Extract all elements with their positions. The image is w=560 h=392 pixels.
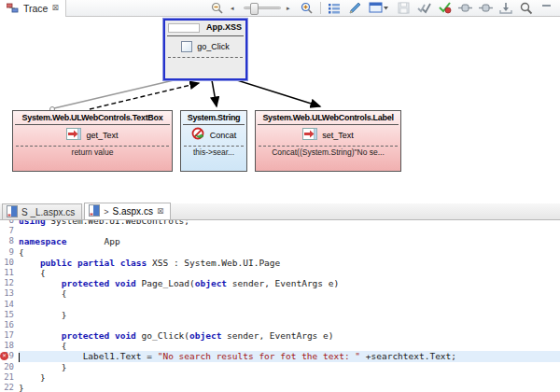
node-string[interactable]: System.String Concat this->sear... xyxy=(180,110,247,172)
code-text xyxy=(19,300,560,310)
line-number: 16 xyxy=(0,320,19,330)
line-number: 7 xyxy=(0,226,19,236)
method-get-text[interactable]: get_Text xyxy=(13,125,172,146)
method-go-click[interactable]: go_Click xyxy=(165,36,245,57)
connector-right-icon[interactable] xyxy=(478,1,493,16)
code-text: { xyxy=(19,247,560,258)
code-text: protected void Page_Load(object sender, … xyxy=(19,278,560,288)
minimize-view-icon[interactable] xyxy=(539,1,554,16)
code-text: } xyxy=(19,383,560,392)
code-text xyxy=(19,226,560,236)
code-line-9[interactable]: 9{ xyxy=(0,247,560,258)
line-number: 20 xyxy=(0,362,19,372)
node-app-xss-header: App.XSS xyxy=(165,21,245,35)
code-editor[interactable]: 6using System.Web.UI.WebControls;78names… xyxy=(0,220,560,392)
trace-toolbar: ◂ ▸ xyxy=(210,1,560,16)
trace-tab-label: Trace xyxy=(23,3,48,14)
line-number: 12 xyxy=(0,278,19,288)
code-text: } xyxy=(19,362,560,372)
editor-tab-close-icon[interactable]: ⊠ xyxy=(157,207,164,216)
code-line-7[interactable]: 7 xyxy=(0,226,560,236)
code-line-13[interactable]: 13 { xyxy=(0,288,560,299)
line-number: 11 xyxy=(0,268,19,278)
editor-tab-label: S _L.aspx.cs xyxy=(21,207,75,217)
save-icon[interactable] xyxy=(396,1,411,16)
node-app-xss[interactable]: App.XSS go_Click xyxy=(163,19,247,80)
code-lines: 6using System.Web.UI.WebControls;78names… xyxy=(0,220,560,392)
code-line-14[interactable]: 14 xyxy=(0,300,560,310)
code-text: } xyxy=(19,372,560,383)
editor-tab-l-aspx[interactable]: S _L.aspx.cs xyxy=(2,203,82,219)
edge-root-to-label xyxy=(237,80,320,106)
edit-pencil-icon[interactable] xyxy=(347,1,362,16)
trace-view-tab[interactable]: Trace ⊠ xyxy=(0,0,66,17)
search-icon[interactable] xyxy=(519,1,534,16)
node-textbox-title: System.Web.ULWebControls.TextBox xyxy=(13,111,172,124)
import-trace-icon[interactable] xyxy=(498,1,513,16)
line-number: 9 xyxy=(0,247,19,258)
line-number: 8 xyxy=(0,236,19,246)
code-line-8[interactable]: 8namespace App xyxy=(0,236,560,246)
line-number: 14 xyxy=(0,300,19,310)
code-line-16[interactable]: 16 xyxy=(0,320,560,330)
edge-root-to-string xyxy=(212,80,217,106)
zoom-scroll-right-icon[interactable]: ▸ xyxy=(287,5,294,12)
code-line-12[interactable]: 12 protected void Page_Load(object sende… xyxy=(0,278,560,288)
code-line-22[interactable]: 22} xyxy=(0,383,560,392)
verify-trace-icon[interactable] xyxy=(416,1,431,16)
zoom-slider-thumb[interactable] xyxy=(250,3,259,15)
code-line-20[interactable]: 20 } xyxy=(0,362,560,372)
line-number: 18 xyxy=(0,341,19,351)
node-label[interactable]: System.Web.ULWebControls.Label set_Text … xyxy=(255,110,401,172)
edge-textbox-return-dashed xyxy=(90,83,199,109)
window-mode-dropdown-icon[interactable] xyxy=(368,1,390,16)
code-line-17[interactable]: 17 protected void go_Click(object sender… xyxy=(0,330,560,341)
node-textbox[interactable]: System.Web.ULWebControls.TextBox get_Tex… xyxy=(12,110,173,172)
editor-tab-label: S.aspx.cs xyxy=(113,206,153,217)
line-number: 21 xyxy=(0,372,19,383)
event-handler-icon xyxy=(181,41,192,52)
code-text: protected void go_Click(object sender, E… xyxy=(19,330,560,341)
method-set-text[interactable]: set_Text xyxy=(256,125,400,146)
code-text: public partial class XSS : System.Web.UI… xyxy=(19,258,560,268)
line-number: 15 xyxy=(0,310,19,320)
object-name-placeholder[interactable] xyxy=(168,23,200,33)
modified-indicator: > xyxy=(104,207,108,217)
editor-tab-s-aspx[interactable]: > S.aspx.cs ⊠ xyxy=(84,203,171,219)
aspx-file-icon xyxy=(89,204,100,218)
node-textbox-footer: return value xyxy=(13,147,172,157)
code-line-15[interactable]: 15 } xyxy=(0,310,560,320)
code-line-11[interactable]: 11 { xyxy=(0,268,560,278)
code-text: namespace App xyxy=(19,236,560,246)
line-number: 17 xyxy=(0,330,19,341)
code-line-10[interactable]: 10 public partial class XSS : System.Web… xyxy=(0,258,560,268)
node-string-title: System.String xyxy=(181,111,246,124)
code-text: Label1.Text = "No search results for fot… xyxy=(19,351,560,361)
zoom-out-icon[interactable] xyxy=(210,1,225,16)
static-method-icon xyxy=(191,127,205,145)
code-line-21[interactable]: 21 } xyxy=(0,372,560,383)
line-number: 19✕ xyxy=(0,351,19,361)
trace-diagram-canvas[interactable]: App.XSS go_Click System.Web.ULWebControl… xyxy=(0,17,560,203)
outline-list-icon[interactable] xyxy=(327,1,342,16)
method-arrow-icon xyxy=(302,127,317,144)
editor-tabbar: S _L.aspx.cs > S.aspx.cs ⊠ xyxy=(0,203,560,220)
edge-root-to-textbox xyxy=(54,80,174,108)
zoom-slider[interactable] xyxy=(244,7,281,9)
method-concat[interactable]: Concat xyxy=(181,125,246,146)
zoom-in-icon[interactable] xyxy=(300,1,315,16)
trace-tab-close-icon[interactable]: ⊠ xyxy=(51,4,59,12)
connector-left-icon[interactable] xyxy=(457,1,472,16)
zoom-scroll-left-icon[interactable]: ◂ xyxy=(231,5,238,12)
code-text: } xyxy=(19,310,560,320)
code-line-18[interactable]: 18 { xyxy=(0,341,560,351)
aspx-file-icon xyxy=(7,205,18,219)
error-marker-icon[interactable]: ✕ xyxy=(0,352,8,360)
trace-view-tabbar: Trace ⊠ ◂ ▸ xyxy=(0,0,560,17)
verify-trace-color-icon[interactable] xyxy=(437,1,452,16)
code-text xyxy=(19,320,560,330)
node-string-footer: this->sear... xyxy=(181,147,246,157)
code-line-19[interactable]: 19✕ Label1.Text = "No search results for… xyxy=(0,351,560,361)
trace-diagram-icon xyxy=(5,1,20,16)
dashed-divider xyxy=(168,57,243,58)
